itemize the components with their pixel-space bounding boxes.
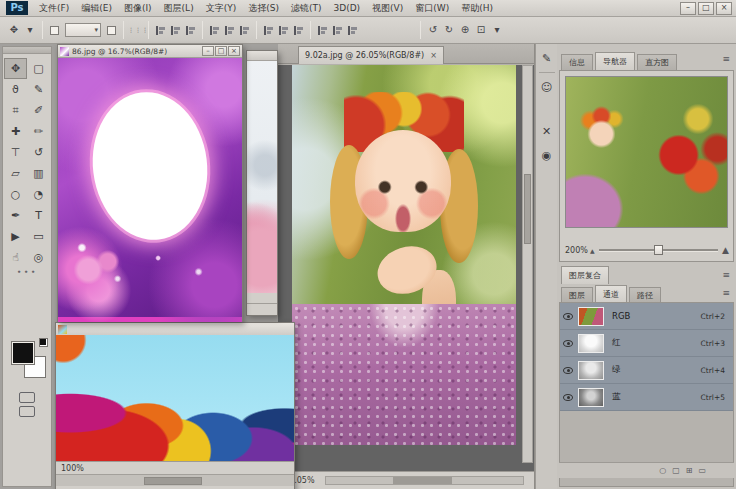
tab-close-icon[interactable]: ×	[430, 51, 437, 60]
menu-filter[interactable]: 滤镜(T)	[285, 2, 328, 15]
tool-crop[interactable]: ⌗	[4, 100, 27, 121]
zoom-out-icon[interactable]: ▲	[590, 247, 595, 254]
distribute-center-icon[interactable]	[277, 24, 290, 37]
vertical-scrollbar[interactable]	[522, 65, 533, 463]
spiral-panel-icon[interactable]: ◉	[538, 147, 556, 165]
tool-move[interactable]: ✥	[4, 58, 27, 79]
visibility-eye-icon[interactable]	[563, 394, 573, 401]
menu-select[interactable]: 选择(S)	[242, 2, 285, 15]
minimize-button[interactable]: –	[680, 2, 696, 15]
frame-image-canvas[interactable]	[58, 58, 242, 322]
background-document-title-bar[interactable]	[247, 51, 277, 61]
channel-row-rgb[interactable]: RGB Ctrl+2	[560, 303, 733, 330]
tool-eraser[interactable]: ▱	[4, 163, 27, 184]
default-colors-icon[interactable]	[39, 338, 48, 347]
align-right-icon[interactable]	[184, 24, 197, 37]
channel-row-blue[interactable]: 蓝 Ctrl+5	[560, 384, 733, 411]
adjustments-panel-icon[interactable]: ☺	[538, 79, 556, 97]
foreground-color-swatch[interactable]	[12, 342, 34, 364]
tab-navigator[interactable]: 导航器	[595, 52, 635, 70]
distribute-middle-icon[interactable]	[331, 24, 344, 37]
horizontal-scrollbar-thumb[interactable]	[393, 477, 452, 484]
tab-channels[interactable]: 通道	[595, 285, 627, 303]
channel-row-green[interactable]: 绿 Ctrl+4	[560, 357, 733, 384]
toolbox-grip[interactable]	[3, 47, 51, 54]
horizontal-scrollbar[interactable]	[325, 476, 524, 485]
visibility-eye-icon[interactable]	[563, 340, 573, 347]
frame-restore-button[interactable]: □	[215, 46, 227, 56]
menu-image[interactable]: 图像(I)	[118, 2, 158, 15]
align-left-icon[interactable]	[154, 24, 167, 37]
save-selection-icon[interactable]: ▢	[672, 464, 680, 478]
tab-layer-comps[interactable]: 图层复合	[561, 266, 609, 284]
menu-help[interactable]: 帮助(H)	[455, 2, 499, 15]
close-button[interactable]: ×	[716, 2, 732, 15]
frame-window-title-bar[interactable]: 86.jpg @ 16.7%(RGB/8#) – □ ×	[58, 45, 242, 58]
load-selection-icon[interactable]: ○	[659, 464, 666, 478]
tool-lasso[interactable]: ϑ	[4, 79, 27, 100]
tool-eyedropper[interactable]: ✐	[27, 100, 50, 121]
visibility-eye-icon[interactable]	[563, 313, 573, 320]
tool-history-brush[interactable]: ↺	[27, 142, 50, 163]
menu-edit[interactable]: 编辑(E)	[75, 2, 118, 15]
distribute-top-icon[interactable]	[262, 24, 275, 37]
menu-view[interactable]: 视图(V)	[366, 2, 409, 15]
background-document-window[interactable]	[246, 50, 278, 316]
navigator-zoom-knob[interactable]	[654, 245, 663, 255]
navigator-zoom-slider[interactable]	[599, 249, 718, 252]
tool-spot-healing-brush[interactable]: ✚	[4, 121, 27, 142]
tab-girl-document[interactable]: 9.02a.jpg @ 26.05%(RGB/8#) ×	[298, 46, 444, 64]
tool-brush[interactable]: ✏	[27, 121, 50, 142]
balloons-canvas[interactable]	[56, 335, 294, 461]
delete-channel-icon[interactable]: ▭	[698, 464, 706, 478]
menu-window[interactable]: 窗口(W)	[409, 2, 455, 15]
3d-rotate-icon[interactable]: ↺	[425, 22, 441, 38]
tool-path-selection[interactable]: ▶	[4, 226, 27, 247]
tab-info[interactable]: 信息	[561, 54, 593, 70]
panel-menu-icon[interactable]: ≡	[722, 270, 730, 280]
navigator-zoom-value[interactable]: 200%	[560, 246, 590, 255]
3d-slide-icon[interactable]: ⊡	[473, 22, 489, 38]
tool-type[interactable]: T	[27, 205, 50, 226]
zoom-in-icon[interactable]: ▲	[722, 245, 729, 255]
restore-button[interactable]: □	[698, 2, 714, 15]
menu-file[interactable]: 文件(F)	[33, 2, 75, 15]
tab-layers[interactable]: 图层	[561, 287, 593, 303]
3d-roll-icon[interactable]: ↻	[441, 22, 457, 38]
scissors-panel-icon[interactable]: ✕	[538, 123, 556, 141]
tool-pen[interactable]: ✒	[4, 205, 27, 226]
panel-menu-icon[interactable]: ≡	[722, 288, 730, 298]
channel-row-red[interactable]: 红 Ctrl+3	[560, 330, 733, 357]
tool-shape[interactable]: ▭	[27, 226, 50, 247]
align-center-v-icon[interactable]	[223, 24, 236, 37]
distribute-left-icon[interactable]	[316, 24, 329, 37]
align-bottom-icon[interactable]	[238, 24, 251, 37]
frame-minimize-button[interactable]: –	[202, 46, 214, 56]
zoom-level-value[interactable]: 100%	[56, 464, 84, 473]
menu-type[interactable]: 文字(Y)	[200, 2, 243, 15]
tool-blur[interactable]: ○	[4, 184, 27, 205]
3d-pan-icon[interactable]: ⊕	[457, 22, 473, 38]
new-channel-icon[interactable]: ⊞	[686, 464, 693, 478]
auto-select-checkbox[interactable]	[50, 26, 59, 35]
tab-paths[interactable]: 路径	[629, 287, 661, 303]
vertical-scrollbar-thumb[interactable]	[524, 174, 531, 244]
align-top-icon[interactable]	[208, 24, 221, 37]
tool-quick-selection[interactable]: ✎	[27, 79, 50, 100]
tool-zoom[interactable]: ◎	[27, 247, 50, 268]
panel-menu-icon[interactable]: ≡	[722, 54, 730, 64]
quick-mask-button[interactable]	[19, 392, 35, 403]
auto-select-dropdown[interactable]: ▾	[65, 23, 101, 37]
girl-photo-canvas[interactable]	[292, 65, 516, 445]
align-center-h-icon[interactable]	[169, 24, 182, 37]
balloons-horizontal-scrollbar[interactable]	[56, 474, 294, 486]
tab-histogram[interactable]: 直方图	[637, 54, 677, 70]
navigator-preview[interactable]	[565, 76, 728, 228]
frame-close-button[interactable]: ×	[228, 46, 240, 56]
tool-rectangular-marquee[interactable]: ▢	[27, 58, 50, 79]
visibility-eye-icon[interactable]	[563, 367, 573, 374]
menu-3d[interactable]: 3D(D)	[327, 3, 366, 13]
3d-scale-icon[interactable]: ▾	[489, 22, 505, 38]
menu-layer[interactable]: 图层(L)	[158, 2, 200, 15]
show-transform-checkbox[interactable]	[107, 26, 116, 35]
